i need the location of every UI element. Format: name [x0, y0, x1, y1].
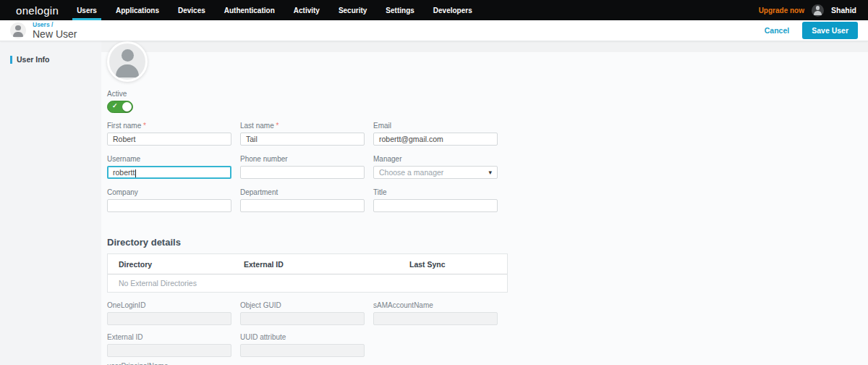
- new-user-avatar-icon: [10, 22, 26, 38]
- header-band: [101, 41, 868, 52]
- field-last-name: Last name *: [240, 121, 365, 146]
- nav-item-developers[interactable]: Developers: [424, 0, 482, 20]
- object-guid-input: [240, 312, 365, 325]
- chevron-down-icon: ▾: [488, 169, 492, 176]
- profile-photo-placeholder-icon[interactable]: [107, 41, 148, 82]
- main-content: Active ✓ First name * Last name * Email: [101, 41, 868, 365]
- cancel-button[interactable]: Cancel: [765, 26, 789, 35]
- title-input[interactable]: [373, 199, 498, 212]
- user-fields-grid: First name * Last name * Email Username …: [107, 121, 506, 212]
- user-name[interactable]: Shahid: [831, 6, 856, 14]
- directory-readonly-fields: OneLoginID Object GUID sAMAccountName Ex…: [107, 301, 506, 357]
- field-samaccountname: sAMAccountName: [373, 301, 498, 325]
- oneloginid-input: [107, 312, 231, 325]
- last-name-input[interactable]: [240, 133, 365, 146]
- column-last-sync: Last Sync: [409, 260, 507, 269]
- department-input[interactable]: [240, 199, 365, 212]
- check-icon: ✓: [112, 102, 118, 109]
- sidebar: User Info: [0, 41, 101, 365]
- manager-select[interactable]: Choose a manager ▾: [373, 166, 498, 179]
- userprincipalname-label: userPrincipalName: [107, 362, 506, 365]
- email-input[interactable]: [373, 133, 498, 146]
- field-oneloginid: OneLoginID: [107, 301, 231, 325]
- column-directory: Directory: [119, 260, 244, 269]
- text-cursor: [135, 169, 136, 177]
- samaccountname-input: [373, 312, 498, 325]
- nav-item-security[interactable]: Security: [329, 0, 376, 20]
- field-first-name: First name *: [107, 121, 231, 146]
- required-asterisk: *: [274, 122, 279, 130]
- field-manager: Manager Choose a manager ▾: [373, 154, 498, 179]
- field-title: Title: [373, 188, 498, 212]
- field-username: Username robertt: [107, 154, 231, 179]
- field-external-id: External ID: [107, 332, 231, 357]
- nav-item-devices[interactable]: Devices: [169, 0, 215, 20]
- uuid-attribute-input: [240, 344, 365, 357]
- field-email: Email: [373, 121, 498, 146]
- main-nav: Users Applications Devices Authenticatio…: [67, 0, 482, 20]
- nav-item-applications[interactable]: Applications: [106, 0, 169, 20]
- toggle-knob: [122, 102, 132, 112]
- field-department: Department: [240, 188, 365, 212]
- first-name-input[interactable]: [107, 133, 231, 146]
- company-input[interactable]: [107, 199, 231, 212]
- nav-item-activity[interactable]: Activity: [284, 0, 329, 20]
- active-label: Active: [107, 89, 506, 98]
- field-phone-number: Phone number: [240, 154, 365, 179]
- user-form: Active ✓ First name * Last name * Email: [101, 52, 506, 365]
- page-header: Users / New User Cancel Save User: [0, 20, 868, 41]
- nav-item-users[interactable]: Users: [67, 0, 106, 20]
- user-avatar-icon[interactable]: [812, 4, 824, 17]
- external-id-input: [107, 344, 231, 357]
- nav-item-authentication[interactable]: Authentication: [215, 0, 284, 20]
- directory-table: Directory External ID Last Sync No Exter…: [107, 253, 508, 293]
- username-input[interactable]: robertt: [107, 166, 231, 179]
- directory-table-header: Directory External ID Last Sync: [108, 254, 507, 274]
- onelogin-logo: onelogin: [16, 0, 59, 20]
- page-title: New User: [33, 29, 77, 39]
- field-company: Company: [107, 188, 231, 212]
- directory-details-heading: Directory details: [107, 237, 506, 248]
- phone-number-input[interactable]: [240, 166, 365, 179]
- required-asterisk: *: [141, 122, 146, 130]
- save-user-button[interactable]: Save User: [802, 22, 858, 39]
- column-external-id: External ID: [244, 260, 409, 269]
- upgrade-now-link[interactable]: Upgrade now: [759, 7, 804, 14]
- top-navigation: onelogin Users Applications Devices Auth…: [0, 0, 868, 20]
- field-object-guid: Object GUID: [240, 301, 365, 325]
- field-uuid-attribute: UUID attribute: [240, 332, 365, 357]
- active-toggle[interactable]: ✓: [107, 101, 133, 113]
- empty-directories-message: No External Directories: [108, 274, 507, 292]
- nav-item-settings[interactable]: Settings: [376, 0, 423, 20]
- breadcrumb[interactable]: Users /: [33, 22, 77, 28]
- sidebar-item-user-info[interactable]: User Info: [10, 56, 101, 64]
